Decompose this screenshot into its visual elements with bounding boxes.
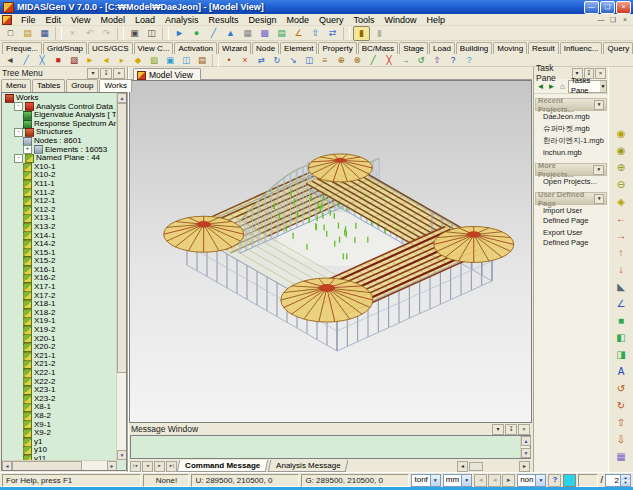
mirror-node-icon[interactable]: ◫ — [301, 53, 317, 67]
rotate-node-icon[interactable]: ↻ — [269, 53, 285, 67]
tree-item[interactable]: X11-1 — [3, 180, 115, 189]
tree-horizontal-scrollbar[interactable]: ◄ ► — [2, 460, 117, 470]
mdi-minimize-button[interactable]: — — [596, 16, 606, 24]
tree-item[interactable]: X11-2 — [3, 189, 115, 198]
tree-item[interactable]: -Named Plane : 44 — [3, 154, 115, 163]
rotate-down-icon[interactable]: ⇩ — [612, 431, 630, 448]
undo-icon[interactable]: ↶ — [81, 26, 98, 41]
tree-item[interactable]: X13-1 — [3, 214, 115, 223]
tree-item[interactable]: X18-1 — [3, 300, 115, 309]
zoom-dynamic-icon[interactable]: ◉ — [612, 142, 630, 159]
message-scroll-left-icon[interactable]: ◄ — [457, 461, 468, 472]
swap-icon[interactable]: ⇄ — [324, 26, 341, 41]
message-close-icon[interactable]: × — [518, 424, 530, 435]
tree-pin-icon[interactable]: ↧ — [100, 68, 112, 79]
divide-element-icon[interactable]: ≡ — [317, 53, 333, 67]
message-window-header[interactable]: Message Window ▾ ↧ × — [129, 423, 532, 435]
menu-model[interactable]: Model — [95, 15, 130, 25]
first-tab-icon[interactable]: |◄ — [130, 461, 141, 472]
task-item[interactable]: inchun.mgb — [534, 147, 608, 159]
unselect-window-icon[interactable]: ▨ — [66, 53, 82, 67]
create-node-icon[interactable]: • — [221, 53, 237, 67]
select-recent-icon[interactable]: ◆ — [130, 53, 146, 67]
tree-item[interactable]: X15-2 — [3, 257, 115, 266]
translate-element-icon[interactable]: → — [397, 53, 413, 67]
zoom-fit-icon[interactable]: ◈ — [612, 193, 630, 210]
task-section-header[interactable]: Recent Projects...▾ — [535, 98, 607, 111]
capture-icon[interactable]: ▦ — [612, 448, 630, 465]
mode-select[interactable]: non ▼ — [517, 474, 546, 487]
intersect-element-icon[interactable]: ⊗ — [349, 53, 365, 67]
display-icon[interactable]: ▣ — [162, 53, 178, 67]
task-pane-selector[interactable]: Tasks Pane ▼ — [568, 80, 607, 93]
section-collapse-icon[interactable]: ▾ — [594, 194, 604, 204]
next-record-icon[interactable]: ◄ — [488, 474, 501, 487]
shrink-icon[interactable]: ⇧ — [307, 26, 324, 41]
task-section-header[interactable]: User Defined Page▾ — [535, 192, 607, 205]
next-tab-icon[interactable]: ► — [154, 461, 165, 472]
tree-view[interactable]: Works-Analysis Control DataEigenvalue An… — [1, 92, 127, 471]
translate-node-icon[interactable]: ⇄ — [253, 53, 269, 67]
rotate-element-icon[interactable]: ↺ — [413, 53, 429, 67]
unselect-all-icon[interactable]: ◄ — [98, 53, 114, 67]
menu-analysis[interactable]: Analysis — [160, 15, 204, 25]
toolbar-tab-result[interactable]: Result — [528, 42, 559, 54]
zoom-in-icon[interactable]: ⊕ — [612, 159, 630, 176]
select-window-icon[interactable]: ╱ — [18, 53, 34, 67]
display-option-icon[interactable]: ◫ — [178, 53, 194, 67]
zoom-window-icon[interactable]: ◉ — [612, 125, 630, 142]
section-collapse-icon[interactable]: ▾ — [594, 100, 604, 110]
tree-item[interactable]: y1 — [3, 438, 115, 447]
tree-item[interactable]: X23-2 — [3, 395, 115, 404]
tree-item[interactable]: X14-1 — [3, 232, 115, 241]
tree-item[interactable]: X13-2 — [3, 223, 115, 232]
unlock-model-icon[interactable]: ▮ — [371, 26, 388, 41]
select-tool-icon[interactable]: ► — [171, 26, 188, 41]
toolbar-tab-query[interactable]: Query — [603, 42, 633, 54]
tree-item[interactable]: X9-1 — [3, 421, 115, 430]
project-node-icon[interactable]: ↘ — [285, 53, 301, 67]
tree-item[interactable]: X14-2 — [3, 240, 115, 249]
zoom-out-icon[interactable]: ⊖ — [612, 176, 630, 193]
tree-item[interactable]: X12-1 — [3, 197, 115, 206]
forward-icon[interactable]: ► — [546, 82, 557, 91]
element-tool-icon[interactable]: ╱ — [205, 26, 222, 41]
home-icon[interactable]: ⌂ — [557, 82, 568, 91]
iso-view-icon[interactable]: ■ — [612, 312, 630, 329]
menu-tools[interactable]: Tools — [349, 15, 380, 25]
menu-design[interactable]: Design — [243, 15, 281, 25]
message-pin-icon[interactable]: ↧ — [505, 424, 517, 435]
pan-up-icon[interactable]: ↑ — [612, 244, 630, 261]
length-unit-select[interactable]: mm ▼ — [443, 474, 472, 487]
tree-expander-icon[interactable]: - — [14, 154, 23, 163]
front-view-icon[interactable]: ◨ — [612, 346, 630, 363]
message-tab-analysis-message[interactable]: Analysis Message — [268, 460, 349, 472]
print-icon[interactable]: ▣ — [126, 26, 143, 41]
tree-item[interactable]: X15-1 — [3, 249, 115, 258]
open-file-icon[interactable]: ▤ — [19, 26, 36, 41]
top-view-icon[interactable]: ◧ — [612, 329, 630, 346]
task-item[interactable]: Import User Defined Page — [534, 205, 608, 227]
menu-mode[interactable]: Mode — [281, 15, 314, 25]
tree-item[interactable]: X20-2 — [3, 343, 115, 352]
tree-item[interactable]: X19-2 — [3, 326, 115, 335]
message-scroll-thumb[interactable] — [469, 462, 483, 471]
rotate-up-icon[interactable]: ⇧ — [612, 414, 630, 431]
delete-icon[interactable]: × — [64, 26, 81, 41]
toolbar-tab-influenc-[interactable]: Influenc... — [560, 42, 603, 54]
tree-tab-group[interactable]: Group — [66, 79, 98, 92]
tree-item[interactable]: X19-1 — [3, 317, 115, 326]
play-record-icon[interactable]: ► — [502, 474, 515, 487]
tree-panel-header[interactable]: Tree Menu ▾ ↧ × — [0, 67, 127, 79]
select-intersect-icon[interactable]: ■ — [50, 53, 66, 67]
tree-item[interactable]: y10 — [3, 446, 115, 455]
legend-icon[interactable]: ▤ — [194, 53, 210, 67]
tree-item[interactable]: X23-1 — [3, 386, 115, 395]
task-section-header[interactable]: More Projects...▾ — [535, 163, 607, 176]
new-file-icon[interactable]: □ — [2, 26, 19, 41]
pan-down-icon[interactable]: ↓ — [612, 261, 630, 278]
hidden-line-icon[interactable]: ◣ — [612, 278, 630, 295]
delete-element-icon[interactable]: ╳ — [381, 53, 397, 67]
task-item[interactable]: Open Projects... — [534, 176, 608, 188]
create-element-icon[interactable]: ╱ — [365, 53, 381, 67]
